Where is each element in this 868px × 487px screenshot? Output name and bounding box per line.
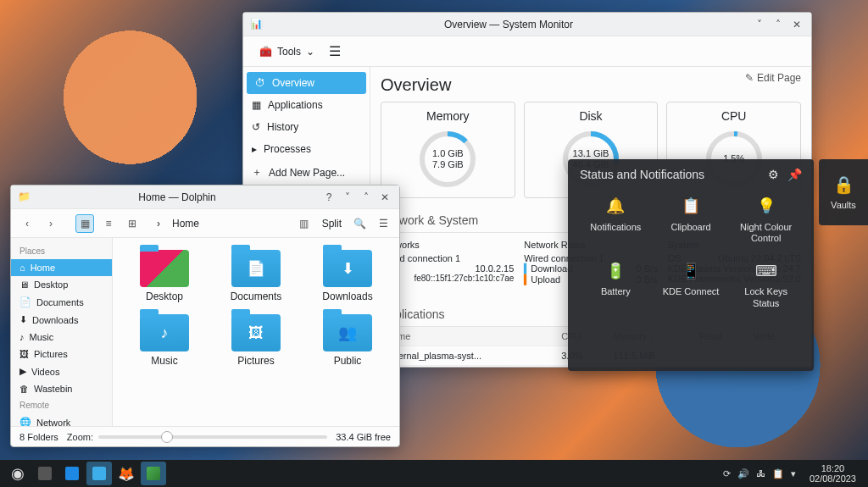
tile-notifications[interactable]: 🔔Notifications [580,191,652,249]
tray-clipboard-icon[interactable]: 📋 [772,468,784,479]
details-view-button[interactable]: ⊞ [123,214,142,233]
place-home[interactable]: ⌂Home [11,259,112,276]
minimize-button[interactable]: ˅ [752,17,767,32]
sidebar-item-applications[interactable]: ▦Applications [243,94,370,116]
tray-network-icon[interactable]: 🖧 [756,468,765,479]
folder-public[interactable]: 👥Public [304,311,391,370]
sidebar-item-history[interactable]: ↺History [243,116,370,138]
popup-title: Status and Notifications [580,168,704,181]
dolphin-app-icon: 📁 [18,191,31,204]
pencil-icon: ✎ [745,72,754,84]
tile-clipboard[interactable]: 📋Clipboard [655,191,727,249]
music-icon: ♪ [19,332,25,342]
dolphin-task-icon[interactable] [86,462,112,485]
folder-documents[interactable]: 📄Documents [213,246,299,306]
pin-icon[interactable]: 📌 [787,168,802,181]
place-music[interactable]: ♪Music [11,329,112,346]
network-icon: 🌐 [19,417,31,426]
trash-icon: 🗑 [19,384,29,394]
folder-icon: 👥 [323,314,372,351]
folder-music[interactable]: ♪Music [121,311,208,370]
folder-count: 8 Folders [19,432,58,442]
picture-icon: 🖼 [19,349,29,359]
clipboard-icon: 📋 [681,196,701,217]
vault-icon: 🔒 [833,174,854,195]
home-icon: ⌂ [19,263,25,273]
processes-icon: ▸ [252,143,257,155]
folder-icon [140,250,189,287]
maximize-button[interactable]: ˄ [359,190,374,205]
firefox-task-icon[interactable]: 🦊 [114,462,139,485]
maximize-button[interactable]: ˄ [771,17,786,32]
speedometer-icon: ⏱ [255,77,265,89]
sidebar-item-overview[interactable]: ⏱Overview [247,72,366,94]
desktop-icon: 🖥 [19,279,29,290]
video-icon: ▶ [19,366,26,377]
hamburger-menu-button[interactable]: ☰ [374,214,392,233]
software-center-icon[interactable] [59,462,85,485]
place-downloads[interactable]: ⬇Downloads [11,311,112,329]
remote-heading: Remote [11,397,112,413]
zoom-slider[interactable] [98,435,327,439]
tray-updates-icon[interactable]: ⟳ [723,468,731,479]
sidebar-item-add-page[interactable]: ＋Add New Page... [243,160,370,185]
close-button[interactable]: ✕ [789,17,804,32]
taskbar: ◉ 🦊 ⟳ 🔊 🖧 📋 ▾ 18:20 02/08/2023 [0,460,868,487]
hamburger-menu-button[interactable]: ☰ [322,40,348,63]
configure-icon[interactable]: ⚙ [768,168,779,181]
sysmon-task-icon[interactable] [141,462,166,485]
dolphin-sidebar: Places ⌂Home 🖥Desktop 📄Documents ⬇Downlo… [11,238,113,426]
overview-heading: Overview [381,75,801,95]
place-videos[interactable]: ▶Videos [11,362,112,380]
tile-night-colour[interactable]: 💡Night Colour Control [730,191,802,249]
dolphin-title: Home — Dolphin [36,191,318,203]
memory-card: Memory 1.0 GiB7.9 GiB [381,102,515,198]
folder-downloads[interactable]: ⬇Downloads [304,246,391,306]
toolbox-icon: 🧰 [259,46,272,58]
sidebar-item-processes[interactable]: ▸Processes [243,138,370,160]
place-documents[interactable]: 📄Documents [11,293,112,311]
search-button[interactable]: 🔍 [350,214,369,233]
tile-battery[interactable]: 🔋Battery [580,256,652,313]
sysmon-title: Overview — System Monitor [269,19,748,30]
close-button[interactable]: ✕ [377,190,392,205]
tray-volume-icon[interactable]: 🔊 [737,468,749,479]
forward-button[interactable]: › [42,214,60,233]
place-pictures[interactable]: 🖼Pictures [11,346,112,362]
back-button[interactable]: ‹ [18,214,36,233]
task-manager-icon[interactable] [32,462,58,485]
icons-view-button[interactable]: ▦ [75,214,94,233]
dolphin-statusbar: 8 Folders Zoom: 33.4 GiB free [11,426,399,446]
status-notifications-popup: Status and Notifications ⚙ 📌 🔔Notificati… [568,159,814,371]
tray-expand-icon[interactable]: ▾ [791,468,796,479]
history-icon: ↺ [252,121,260,133]
places-heading: Places [11,243,112,259]
folder-desktop[interactable]: Desktop [121,246,208,306]
free-space: 33.4 GiB free [336,432,391,442]
folder-pictures[interactable]: 🖼Pictures [213,311,299,370]
compact-view-button[interactable]: ≡ [99,214,118,233]
app-launcher-button[interactable]: ◉ [5,462,31,485]
vaults-panel[interactable]: 🔒 Vaults [819,159,868,225]
folder-icon: ♪ [140,314,189,351]
dolphin-titlebar[interactable]: 📁 Home — Dolphin ? ˅ ˄ ✕ [11,185,399,209]
place-wastebin[interactable]: 🗑Wastebin [11,380,112,397]
place-desktop[interactable]: 🖥Desktop [11,276,112,293]
tools-menu-button[interactable]: 🧰 Tools ⌄ [252,42,322,62]
taskbar-clock[interactable]: 18:20 02/08/2023 [803,463,863,484]
breadcrumb-separator-icon: › [157,218,160,230]
folder-icon: ⬇ [323,250,372,287]
split-button[interactable]: ▥ [295,214,314,233]
edit-page-button[interactable]: ✎Edit Page [745,72,801,84]
tile-lock-keys[interactable]: ⌨Lock Keys Status [730,256,802,313]
help-button[interactable]: ? [321,190,337,205]
col-name[interactable]: Name [381,327,556,346]
sysmon-titlebar[interactable]: 📊 Overview — System Monitor ˅ ˄ ✕ [243,13,811,36]
minimize-button[interactable]: ˅ [340,190,355,205]
tile-kde-connect[interactable]: 📱KDE Connect [655,256,727,313]
breadcrumb-home[interactable]: Home [165,215,206,232]
place-network[interactable]: 🌐Network [11,413,112,426]
sysmon-app-icon: 📊 [250,18,264,31]
battery-icon: 🔋 [605,261,626,281]
document-icon: 📄 [19,296,31,307]
